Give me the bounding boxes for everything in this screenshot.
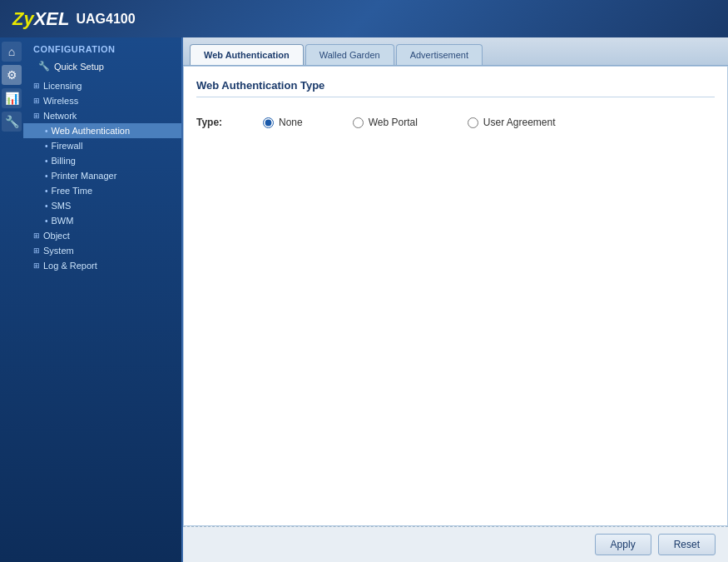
sidebar-label-object: Object [43,231,70,241]
type-form-row: Type: None Web Portal User Agreement [196,110,715,135]
sidebar-item-object[interactable]: ⊞ Object [23,228,181,243]
sidebar-icon-config[interactable]: ⚙ [2,65,22,85]
radio-option-web-portal[interactable]: Web Portal [353,117,418,128]
content-panel: Web Authentication Type Type: None Web P… [183,66,728,526]
bullet-firewall: • [45,142,48,151]
radio-label-none: None [279,117,303,128]
sidebar-item-network[interactable]: ⊞ Network [23,108,181,123]
bullet-sms: • [45,201,48,211]
radio-user-agreement[interactable] [468,117,478,128]
radio-option-none[interactable]: None [263,117,303,128]
sidebar-item-bwm[interactable]: • BWM [23,213,181,228]
sidebar-icon-home[interactable]: ⌂ [2,42,22,62]
radio-label-web-portal: Web Portal [369,117,418,128]
brand-zy: Zy [12,8,34,29]
sidebar-item-wireless[interactable]: ⊞ Wireless [23,93,181,108]
bottom-bar: Apply Reset [183,526,728,562]
sidebar-item-sms[interactable]: • SMS [23,198,181,213]
radio-web-portal[interactable] [353,117,364,128]
content-area: Web Authentication Walled Garden Adverti… [183,37,728,562]
radio-none[interactable] [263,117,274,128]
sidebar-icons: ⌂ ⚙ 📊 🔧 [0,37,23,562]
sidebar-label-log-report: Log & Report [43,261,97,271]
sidebar-label-network: Network [43,111,77,121]
sidebar-label-system: System [43,246,74,256]
expand-icon-wireless: ⊞ [33,97,40,105]
bullet-web-auth: • [45,127,48,136]
sidebar-item-free-time[interactable]: • Free Time [23,183,181,198]
sidebar-icon-monitor[interactable]: 📊 [2,88,22,108]
quick-setup-icon: 🔧 [38,61,50,72]
brand-name: ZyXEL [12,8,69,30]
sidebar-item-printer-manager[interactable]: • Printer Manager [23,168,181,183]
model-name: UAG4100 [76,12,135,27]
sidebar-item-licensing[interactable]: ⊞ Licensing [23,78,181,93]
bullet-printer-manager: • [45,172,48,181]
header: ZyXEL UAG4100 [0,0,728,37]
main-layout: ⌂ ⚙ 📊 🔧 CONFIGURATION 🔧 Quick Setup ⊞ Li… [0,37,728,562]
sidebar-item-billing[interactable]: • Billing [23,153,181,168]
sidebar-label-web-authentication: Web Authentication [52,126,131,136]
sidebar-label-free-time: Free Time [52,186,93,196]
sidebar-item-web-authentication[interactable]: • Web Authentication [23,123,181,138]
expand-icon-licensing: ⊞ [33,82,40,90]
apply-button[interactable]: Apply [595,534,651,555]
sidebar-item-log-report[interactable]: ⊞ Log & Report [23,258,181,273]
sidebar-label-sms: SMS [52,201,72,211]
radio-option-user-agreement[interactable]: User Agreement [468,117,556,128]
bullet-billing: • [45,157,48,166]
expand-icon-log-report: ⊞ [33,261,40,270]
quick-setup-label: Quick Setup [54,62,104,72]
expand-icon-object: ⊞ [33,231,40,240]
sidebar-item-system[interactable]: ⊞ System [23,243,181,258]
type-label: Type: [196,117,263,128]
bullet-bwm: • [45,216,48,226]
sidebar-nav: CONFIGURATION 🔧 Quick Setup ⊞ Licensing … [23,37,181,562]
radio-group-type: None Web Portal User Agreement [263,117,556,128]
sidebar-label-billing: Billing [52,156,76,166]
expand-icon-system: ⊞ [33,246,40,255]
expand-icon-network: ⊞ [33,112,40,120]
bullet-free-time: • [45,187,48,196]
config-header-label: CONFIGURATION [23,37,181,57]
section-title: Web Authentication Type [196,79,715,97]
tabs-bar: Web Authentication Walled Garden Adverti… [183,37,728,66]
sidebar-label-licensing: Licensing [43,81,82,91]
tab-web-authentication[interactable]: Web Authentication [190,44,304,65]
brand-logo: ZyXEL UAG4100 [12,8,136,30]
sidebar-label-firewall: Firewall [52,141,83,151]
brand-xel: XEL [34,8,70,29]
sidebar-icon-maintenance[interactable]: 🔧 [2,112,22,132]
radio-label-user-agreement: User Agreement [483,117,556,128]
sidebar-label-printer-manager: Printer Manager [52,171,117,181]
tab-walled-garden[interactable]: Walled Garden [305,44,394,65]
sidebar-item-firewall[interactable]: • Firewall [23,138,181,153]
reset-button[interactable]: Reset [658,534,716,555]
sidebar-label-wireless: Wireless [43,96,78,106]
tab-advertisement[interactable]: Advertisement [396,44,483,65]
sidebar-label-bwm: BWM [52,216,74,226]
quick-setup-link[interactable]: 🔧 Quick Setup [23,57,181,78]
